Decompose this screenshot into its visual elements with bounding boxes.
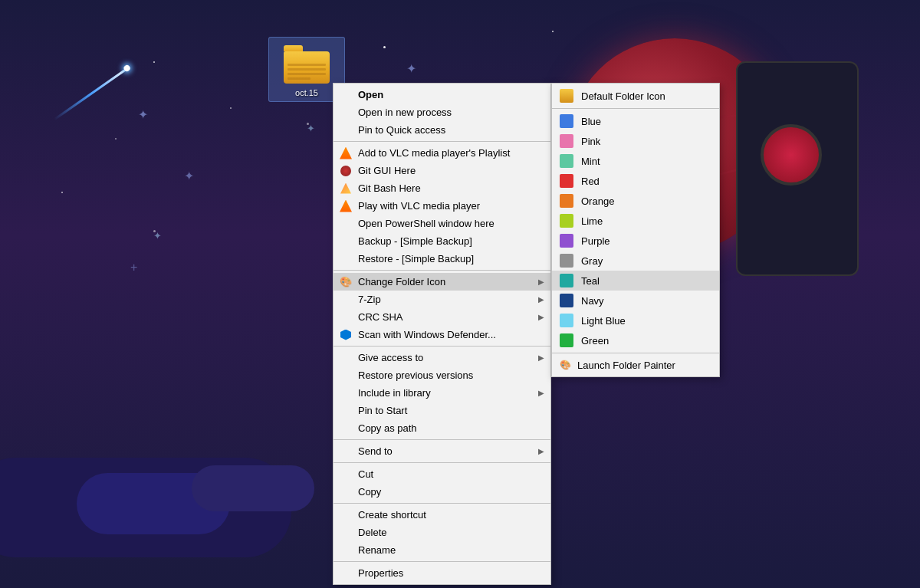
menu-item-pin-start[interactable]: Pin to Start — [334, 402, 550, 419]
folder-label: oct.15 — [273, 88, 340, 97]
navy-swatch — [560, 294, 573, 307]
crc-sha-submenu-arrow: ▶ — [538, 313, 544, 321]
color-item-purple[interactable]: Purple — [552, 231, 719, 251]
folder-image — [284, 41, 330, 84]
folder-lines — [288, 64, 326, 82]
menu-item-restore[interactable]: Restore - [Simple Backup] — [334, 250, 550, 268]
light-blue-swatch — [560, 314, 573, 327]
menu-item-vlc-playlist[interactable]: Add to VLC media player's Playlist — [334, 144, 550, 162]
mint-swatch — [560, 154, 573, 168]
menu-item-change-folder-icon[interactable]: 🎨 Change Folder Icon ▶ — [334, 273, 550, 291]
include-library-submenu-arrow: ▶ — [538, 389, 544, 397]
color-item-teal[interactable]: Teal — [552, 271, 719, 291]
color-submenu: Default Folder Icon Blue Pink Mint Red O… — [551, 83, 720, 377]
menu-separator-6 — [334, 503, 550, 504]
git-bash-icon — [338, 181, 353, 196]
send-to-submenu-arrow: ▶ — [538, 447, 544, 455]
menu-item-cut[interactable]: Cut — [334, 465, 550, 483]
teal-swatch — [560, 274, 573, 287]
menu-item-pin-quick-access[interactable]: Pin to Quick access — [334, 121, 550, 139]
color-item-navy[interactable]: Navy — [552, 291, 719, 310]
menu-item-include-library[interactable]: Include in library ▶ — [334, 384, 550, 402]
folder-body — [284, 51, 330, 84]
sparkle-1: ✦ — [406, 61, 416, 76]
git-gui-icon — [338, 163, 353, 179]
cloud-mid — [192, 465, 314, 511]
color-item-red[interactable]: Red — [552, 171, 719, 191]
menu-item-crc-sha[interactable]: CRC SHA ▶ — [334, 308, 550, 326]
color-separator-2 — [552, 353, 719, 353]
menu-item-open-new-process[interactable]: Open in new process — [334, 103, 550, 121]
color-item-light-blue[interactable]: Light Blue — [552, 310, 719, 330]
folder-line-3 — [288, 73, 326, 75]
vlc-playlist-icon — [338, 146, 353, 161]
folder-line-1 — [288, 64, 326, 66]
7zip-submenu-arrow: ▶ — [538, 295, 544, 304]
camera-device — [736, 61, 859, 276]
menu-item-send-to[interactable]: Send to ▶ — [334, 442, 550, 460]
give-access-submenu-arrow: ▶ — [538, 353, 544, 362]
menu-item-powershell[interactable]: Open PowerShell window here — [334, 215, 550, 232]
menu-item-copy[interactable]: Copy — [334, 483, 550, 501]
menu-item-delete[interactable]: Delete — [334, 524, 550, 541]
sparkle-4: ✦ — [138, 107, 148, 122]
color-item-mint[interactable]: Mint — [552, 151, 719, 171]
change-folder-submenu-arrow: ▶ — [538, 278, 544, 286]
pink-swatch — [560, 134, 573, 148]
menu-item-scan-defender[interactable]: Scan with Windows Defender... — [334, 326, 550, 343]
context-menu: Open Open in new process Pin to Quick ac… — [333, 83, 551, 585]
color-separator-1 — [552, 108, 719, 109]
color-item-pink[interactable]: Pink — [552, 131, 719, 151]
menu-item-open[interactable]: Open — [334, 86, 550, 103]
color-item-blue[interactable]: Blue — [552, 111, 719, 131]
menu-item-7zip[interactable]: 7-Zip ▶ — [334, 291, 550, 308]
launch-painter-icon: 🎨 — [560, 360, 571, 370]
folder-painter-icon: 🎨 — [338, 274, 353, 290]
menu-item-git-gui[interactable]: Git GUI Here — [334, 162, 550, 179]
green-swatch — [560, 333, 573, 347]
vlc-play-icon — [338, 199, 353, 214]
camera-lens — [761, 124, 822, 186]
red-swatch — [560, 174, 573, 188]
color-item-orange[interactable]: Orange — [552, 191, 719, 211]
sparkle-2: ✦ — [184, 169, 194, 183]
folder-line-2 — [288, 68, 326, 71]
menu-item-give-access[interactable]: Give access to ▶ — [334, 349, 550, 366]
blue-swatch — [560, 114, 573, 128]
folder-line-4 — [288, 77, 310, 80]
menu-separator-5 — [334, 462, 550, 463]
lime-swatch — [560, 214, 573, 228]
sparkle-3: + — [130, 261, 137, 274]
color-item-default[interactable]: Default Folder Icon — [552, 86, 719, 106]
menu-separator-1 — [334, 141, 550, 142]
desktop: ✦ ✦ ✦ ✦ + ✦ oct.15 — [0, 0, 920, 588]
default-folder-swatch — [560, 89, 573, 103]
menu-item-rename[interactable]: Rename — [334, 541, 550, 559]
color-item-gray[interactable]: Gray — [552, 251, 719, 271]
menu-item-backup[interactable]: Backup - [Simple Backup] — [334, 232, 550, 250]
color-item-launch-painter[interactable]: 🎨 Launch Folder Painter — [552, 356, 719, 374]
folder-tab — [284, 45, 303, 51]
menu-item-create-shortcut[interactable]: Create shortcut — [334, 506, 550, 524]
menu-separator-7 — [334, 561, 550, 562]
color-item-lime[interactable]: Lime — [552, 211, 719, 231]
menu-item-copy-path[interactable]: Copy as path — [334, 419, 550, 437]
color-item-green[interactable]: Green — [552, 330, 719, 350]
menu-item-properties[interactable]: Properties — [334, 564, 550, 582]
purple-swatch — [560, 234, 573, 248]
menu-item-play-vlc[interactable]: Play with VLC media player — [334, 197, 550, 215]
orange-swatch — [560, 194, 573, 208]
gray-swatch — [560, 254, 573, 268]
menu-item-restore-versions[interactable]: Restore previous versions — [334, 366, 550, 384]
menu-separator-4 — [334, 439, 550, 440]
menu-item-git-bash[interactable]: Git Bash Here — [334, 179, 550, 197]
menu-separator-3 — [334, 346, 550, 347]
menu-separator-2 — [334, 270, 550, 271]
defender-icon — [338, 327, 353, 343]
